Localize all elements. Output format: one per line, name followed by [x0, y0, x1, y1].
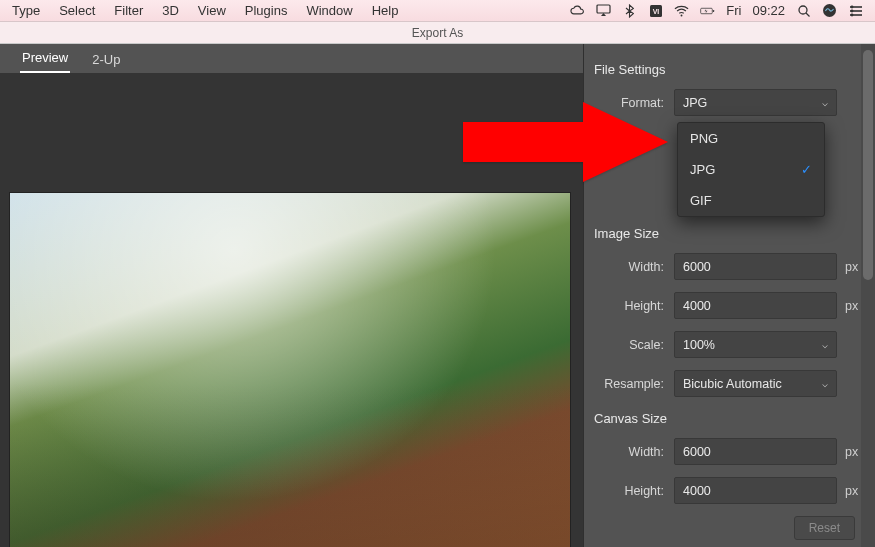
height-input[interactable]: 4000 [674, 292, 837, 319]
svg-rect-0 [597, 5, 610, 13]
menu-type[interactable]: Type [12, 3, 40, 18]
window-titlebar: Export As [0, 22, 875, 44]
tab-preview[interactable]: Preview [20, 44, 70, 73]
clock-day[interactable]: Fri [726, 3, 741, 18]
file-settings-header: File Settings [594, 62, 861, 77]
svg-point-6 [799, 6, 807, 14]
menu-help[interactable]: Help [372, 3, 399, 18]
chevron-down-icon: ⌵ [822, 378, 828, 389]
system-tray: VI Fri 09:22 [570, 3, 863, 18]
bluetooth-icon[interactable] [622, 3, 637, 18]
macos-menubar: Type Select Filter 3D View Plugins Windo… [0, 0, 875, 22]
canvas-height-label: Height: [592, 484, 674, 498]
canvas-width-unit: px [837, 445, 861, 459]
clock-time[interactable]: 09:22 [752, 3, 785, 18]
airplay-icon[interactable] [596, 3, 611, 18]
reset-button[interactable]: Reset [794, 516, 855, 540]
width-unit: px [837, 260, 861, 274]
menu-plugins[interactable]: Plugins [245, 3, 288, 18]
tab-2up[interactable]: 2-Up [90, 46, 122, 73]
menu-3d[interactable]: 3D [162, 3, 179, 18]
resample-select[interactable]: Bicubic Automatic ⌵ [674, 370, 837, 397]
menu-view[interactable]: View [198, 3, 226, 18]
cloud-icon[interactable] [570, 3, 585, 18]
scrollbar-thumb[interactable] [863, 50, 873, 280]
annotation-arrow [463, 102, 673, 186]
svg-point-14 [850, 13, 853, 16]
check-icon: ✓ [801, 162, 812, 177]
format-option-jpg[interactable]: JPG✓ [678, 154, 824, 185]
preview-image [10, 193, 570, 547]
battery-icon[interactable] [700, 3, 715, 18]
canvas-width-input[interactable]: 6000 [674, 438, 837, 465]
format-value: JPG [683, 96, 707, 110]
app-menus: Type Select Filter 3D View Plugins Windo… [12, 3, 398, 18]
svg-point-12 [850, 5, 853, 8]
svg-line-7 [806, 13, 810, 17]
svg-point-13 [850, 9, 853, 12]
resample-label: Resample: [592, 377, 674, 391]
chevron-down-icon: ⌵ [822, 339, 828, 350]
spotlight-icon[interactable] [796, 3, 811, 18]
input-source-icon[interactable]: VI [648, 3, 663, 18]
canvas-height-input[interactable]: 4000 [674, 477, 837, 504]
menu-window[interactable]: Window [306, 3, 352, 18]
height-unit: px [837, 299, 861, 313]
format-option-png[interactable]: PNG [678, 123, 824, 154]
format-dropdown: PNG JPG✓ GIF [677, 122, 825, 217]
width-input[interactable]: 6000 [674, 253, 837, 280]
svg-marker-15 [463, 102, 668, 182]
width-label: Width: [592, 260, 674, 274]
window-title: Export As [412, 26, 463, 40]
vertical-scrollbar[interactable] [861, 44, 875, 547]
chevron-down-icon: ⌵ [822, 97, 828, 108]
svg-rect-5 [713, 9, 714, 11]
preview-tabs: Preview 2-Up [0, 44, 583, 73]
scale-select[interactable]: 100% ⌵ [674, 331, 837, 358]
image-size-header: Image Size [594, 226, 861, 241]
menu-select[interactable]: Select [59, 3, 95, 18]
format-select[interactable]: JPG ⌵ [674, 89, 837, 116]
notifications-icon[interactable] [848, 3, 863, 18]
wifi-icon[interactable] [674, 3, 689, 18]
canvas-size-header: Canvas Size [594, 411, 861, 426]
siri-icon[interactable] [822, 3, 837, 18]
svg-point-3 [681, 14, 683, 16]
canvas-width-label: Width: [592, 445, 674, 459]
format-option-gif[interactable]: GIF [678, 185, 824, 216]
menu-filter[interactable]: Filter [114, 3, 143, 18]
svg-text:VI: VI [652, 8, 659, 15]
canvas-height-unit: px [837, 484, 861, 498]
scale-label: Scale: [592, 338, 674, 352]
height-label: Height: [592, 299, 674, 313]
